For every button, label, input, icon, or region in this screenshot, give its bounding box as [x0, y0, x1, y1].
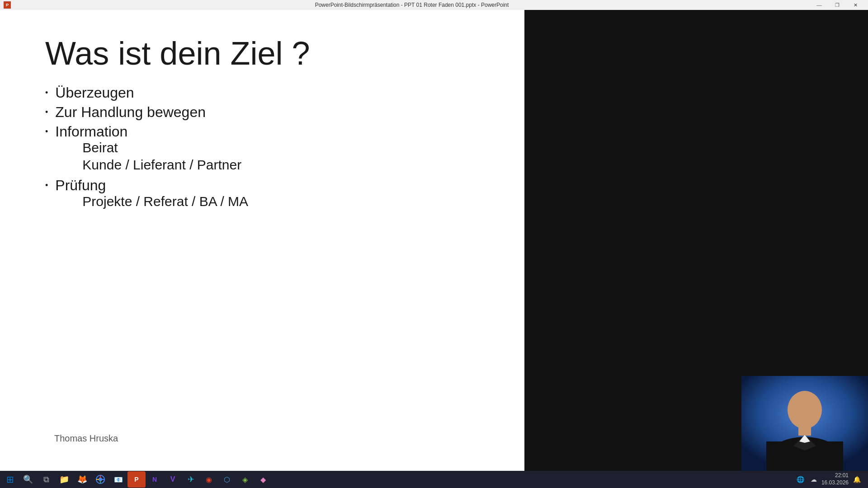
titlebar-title: PowerPoint-Bildschirmpräsentation - PPT … [14, 2, 810, 8]
webcam-overlay [741, 376, 868, 471]
onenote-button[interactable]: N [146, 471, 164, 488]
outlook-button[interactable]: 📧 [109, 471, 127, 488]
svg-rect-2 [798, 427, 811, 436]
network-icon[interactable]: 🌐 [795, 476, 806, 483]
search-button[interactable]: 🔍 [19, 471, 37, 488]
sub-item-3-2: Kunde / Lieferant / Partner [82, 157, 241, 173]
main-area: P PowerPoint-Bildschirmpräsentation - PP… [0, 0, 868, 488]
close-button[interactable]: ✕ [846, 0, 864, 10]
taskview-button[interactable]: ⧉ [37, 471, 55, 488]
slide-content-area: Was ist dein Ziel ? • Überzeugen • Zur H… [0, 10, 524, 232]
bullet-item-3: • Information Beirat Kunde / Lieferant /… [45, 123, 497, 174]
bullet-text-1: Überzeugen [55, 84, 134, 101]
bullet-text-4: Prüfung [55, 177, 106, 193]
sub-item-3-1: Beirat [82, 140, 241, 155]
notification-icon[interactable]: 🔔 [851, 476, 863, 483]
app-icon-8[interactable]: ◆ [254, 471, 272, 488]
bullet-dot-1: • [45, 84, 48, 98]
sub-list-4: Projekte / Referat / BA / MA [55, 194, 248, 209]
chrome-button[interactable] [91, 471, 109, 488]
restore-button[interactable]: ❐ [828, 0, 846, 10]
bullet-group-4: Prüfung Projekte / Referat / BA / MA [55, 177, 248, 211]
webcam-background [741, 376, 868, 471]
bullet-dot-2: • [45, 104, 48, 117]
bullet-dot-4: • [45, 177, 48, 190]
start-button[interactable]: ⊞ [1, 471, 19, 488]
browser-1-button[interactable]: 🦊 [73, 471, 91, 488]
titlebar-controls: — ❐ ✕ [810, 0, 864, 10]
svg-point-9 [99, 478, 102, 481]
windows-taskbar[interactable]: ⊞ 🔍 ⧉ 📁 🦊 📧 P N V ✈ ◉ ⬡ ◈ ◆ 🌐 ☁ [0, 471, 868, 488]
bullet-item-2: • Zur Handlung bewegen [45, 104, 497, 121]
app-icon-7[interactable]: ◈ [236, 471, 254, 488]
bullet-group-3: Information Beirat Kunde / Lieferant / P… [55, 123, 241, 174]
titlebar: P PowerPoint-Bildschirmpräsentation - PP… [0, 0, 868, 10]
cloud-icon[interactable]: ☁ [809, 476, 819, 483]
slide-title: Was ist dein Ziel ? [45, 35, 497, 72]
bullet-text-2: Zur Handlung bewegen [55, 104, 206, 121]
slide-author: Thomas Hruska [54, 433, 118, 444]
taskbar-right-section: 🌐 ☁ 22:01 16.03.2026 🔔 [795, 472, 867, 486]
app-v-button[interactable]: V [164, 471, 182, 488]
sub-item-4-1: Projekte / Referat / BA / MA [82, 194, 248, 209]
titlebar-icon: P [4, 1, 11, 9]
clock-date: 16.03.2026 [821, 479, 849, 487]
powerpoint-button[interactable]: P [127, 471, 146, 488]
svg-point-1 [788, 391, 822, 429]
bullet-item-4: • Prüfung Projekte / Referat / BA / MA [45, 177, 497, 211]
telegram-button[interactable]: ✈ [182, 471, 200, 488]
sub-list-3: Beirat Kunde / Lieferant / Partner [55, 140, 241, 173]
bullet-list: • Überzeugen • Zur Handlung bewegen • In… [45, 84, 497, 211]
minimize-button[interactable]: — [810, 0, 828, 10]
bullet-text-3: Information [55, 123, 127, 140]
presentation-slide: Was ist dein Ziel ? • Überzeugen • Zur H… [0, 10, 524, 471]
app-icon-5[interactable]: ◉ [200, 471, 218, 488]
person-svg [741, 376, 868, 471]
clock-time: 22:01 [821, 472, 849, 479]
bullet-dot-3: • [45, 123, 48, 136]
app-icon-6[interactable]: ⬡ [218, 471, 236, 488]
bullet-item-1: • Überzeugen [45, 84, 497, 101]
system-clock[interactable]: 22:01 16.03.2026 [821, 472, 849, 486]
explorer-button[interactable]: 📁 [55, 471, 73, 488]
chrome-icon [96, 475, 105, 484]
